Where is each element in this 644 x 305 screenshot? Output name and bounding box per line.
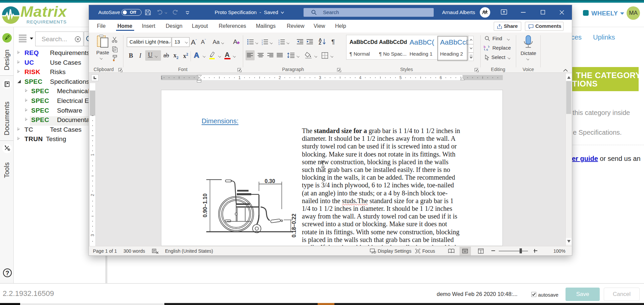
svg-text:3: 3 — [262, 43, 263, 45]
svg-text:1: 1 — [90, 154, 95, 156]
svg-text:4: 4 — [359, 75, 362, 80]
svg-text:3: 3 — [278, 43, 280, 45]
svg-text:Matrix: Matrix — [20, 6, 67, 20]
svg-text:1: 1 — [238, 75, 241, 80]
svg-text:6: 6 — [440, 75, 442, 80]
svg-text:3: 3 — [319, 75, 321, 80]
svg-text:b: b — [484, 45, 486, 49]
svg-text:5: 5 — [399, 75, 402, 80]
svg-text:2: 2 — [90, 194, 95, 196]
svg-text:1: 1 — [161, 75, 163, 80]
svg-text:0.30: 0.30 — [265, 178, 275, 184]
svg-text:0.18–0.22: 0.18–0.22 — [291, 213, 297, 237]
svg-text:REQUIREMENTS: REQUIREMENTS — [26, 19, 67, 24]
svg-text:0.90–1.10: 0.90–1.10 — [202, 193, 208, 217]
svg-text:c: c — [486, 48, 488, 51]
svg-text:2: 2 — [279, 75, 281, 80]
svg-text:3: 3 — [90, 234, 95, 236]
